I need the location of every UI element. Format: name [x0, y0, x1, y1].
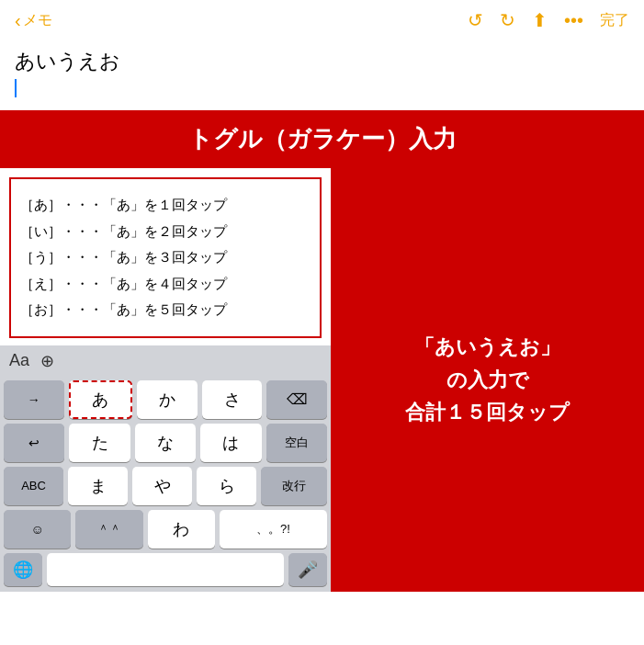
instruction-row-5: ［お］・・・「あ」を５回タップ: [20, 297, 311, 323]
toggle-banner: トグル（ガラケー）入力: [0, 110, 644, 168]
keyboard-row-2: ↩ た な は 空白: [4, 424, 327, 462]
key-spacebar[interactable]: [47, 553, 284, 586]
done-button[interactable]: 完了: [600, 11, 629, 30]
key-sa[interactable]: さ: [202, 380, 263, 419]
key-ya[interactable]: や: [132, 467, 192, 505]
keyboard-bottom-row: 🌐 🎤: [4, 553, 327, 586]
instruction-row-4: ［え］・・・「あ」を４回タップ: [20, 271, 311, 298]
keyboard-row-1: → あ か さ ⌫: [4, 380, 327, 419]
note-area: あいうえお: [0, 40, 644, 101]
note-title: あいうえお: [15, 48, 629, 75]
keyboard-row-4: ☺ ＾＾ わ 、。?!: [4, 510, 327, 549]
key-ra[interactable]: ら: [197, 467, 256, 505]
right-panel-text: 「あいうえお」の入力で合計１５回タップ: [405, 331, 570, 428]
key-mic[interactable]: 🎤: [288, 553, 327, 586]
instruction-row-1: ［あ］・・・「あ」を１回タップ: [20, 192, 311, 219]
key-abc[interactable]: ABC: [4, 467, 63, 505]
key-na[interactable]: な: [135, 424, 196, 462]
back-button[interactable]: ‹ メモ: [15, 10, 52, 31]
key-return-left[interactable]: ↩: [4, 424, 64, 462]
key-dakuten[interactable]: ＾＾: [75, 510, 142, 549]
key-punctuation[interactable]: 、。?!: [220, 510, 327, 549]
nav-bar: ‹ メモ ↺ ↻ ⬆ ••• 完了: [0, 0, 644, 40]
keyboard: → あ か さ ⌫ ↩ た な は 空白 ABC ま や ら 改行: [0, 377, 331, 592]
key-wa[interactable]: わ: [148, 510, 215, 549]
undo-icon[interactable]: ↺: [468, 9, 483, 31]
key-backspace[interactable]: ⌫: [266, 380, 327, 419]
redo-icon[interactable]: ↻: [500, 9, 515, 31]
instruction-row-3: ［う］・・・「あ」を３回タップ: [20, 244, 311, 271]
more-icon[interactable]: •••: [564, 10, 583, 31]
key-space[interactable]: 空白: [266, 424, 327, 462]
key-ta[interactable]: た: [69, 424, 130, 462]
back-chevron-icon: ‹: [15, 10, 21, 31]
key-ha[interactable]: は: [200, 424, 261, 462]
keyboard-row-3: ABC ま や ら 改行: [4, 467, 327, 505]
key-ma[interactable]: ま: [68, 467, 128, 505]
key-arrow[interactable]: →: [4, 380, 64, 419]
back-label: メモ: [23, 11, 52, 30]
left-panel: ［あ］・・・「あ」を１回タップ ［い］・・・「あ」を２回タップ ［う］・・・「あ…: [0, 168, 331, 592]
key-a[interactable]: あ: [69, 380, 133, 419]
key-globe[interactable]: 🌐: [4, 553, 42, 586]
instructions-box: ［あ］・・・「あ」を１回タップ ［い］・・・「あ」を２回タップ ［う］・・・「あ…: [9, 177, 322, 338]
main-content: ［あ］・・・「あ」を１回タップ ［い］・・・「あ」を２回タップ ［う］・・・「あ…: [0, 168, 644, 592]
key-emoji[interactable]: ☺: [4, 510, 71, 549]
format-icon[interactable]: ⊕: [40, 351, 54, 371]
key-ka[interactable]: か: [137, 380, 198, 419]
font-size-icon[interactable]: Aa: [9, 351, 29, 370]
right-panel: 「あいうえお」の入力で合計１５回タップ: [331, 168, 644, 592]
key-kaigyo[interactable]: 改行: [261, 467, 327, 505]
nav-icons: ↺ ↻ ⬆ ••• 完了: [468, 9, 629, 31]
share-icon[interactable]: ⬆: [532, 9, 548, 31]
instruction-row-2: ［い］・・・「あ」を２回タップ: [20, 219, 311, 245]
keyboard-toolbar: Aa ⊕: [0, 345, 331, 377]
text-cursor: [15, 79, 17, 97]
